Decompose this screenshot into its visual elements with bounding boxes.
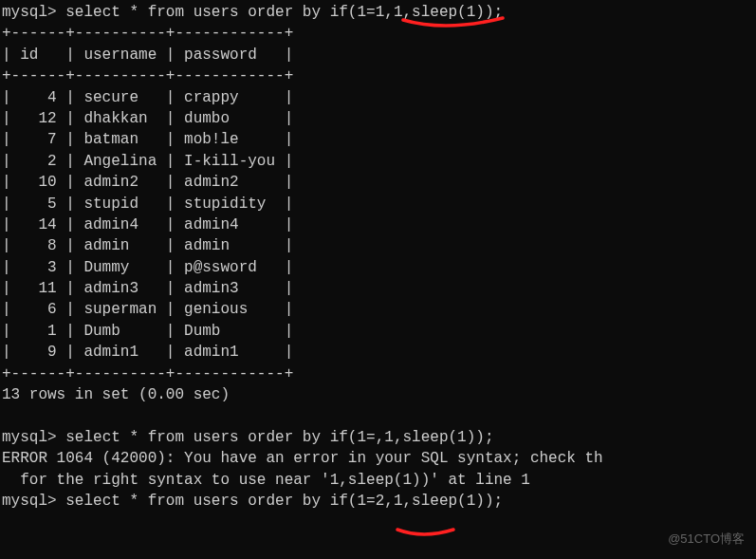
mysql-prompt: mysql> [2, 429, 57, 446]
table-row: | 5 | stupid | stupidity | [0, 194, 756, 214]
mysql-prompt: mysql> [2, 4, 57, 21]
watermark: @51CTO博客 [668, 531, 745, 548]
table-row: | 12 | dhakkan | dumbo | [0, 108, 756, 129]
sql-query-3: select * from users order by if(1=2,1,sl… [65, 493, 503, 510]
sql-query-1: select * from users order by if(1=1,1,sl… [65, 4, 503, 21]
result-message: 13 rows in set (0.00 sec) [0, 384, 756, 405]
table-row: | 11 | admin3 | admin3 | [0, 278, 756, 299]
table-border-mid: +------+----------+------------+ [0, 65, 756, 86]
table-row: | 7 | batman | mob!le | [0, 129, 756, 150]
table-border-top: +------+----------+------------+ [0, 23, 756, 44]
query-line-3: mysql> select * from users order by if(1… [0, 491, 756, 512]
table-header: | id | username | password | [0, 45, 756, 65]
table-row: | 3 | Dummy | p@ssword | [0, 257, 756, 278]
table-row: | 1 | Dumb | Dumb | [0, 321, 756, 342]
table-row: | 6 | superman | genious | [0, 299, 756, 320]
table-row: | 8 | admin | admin | [0, 235, 756, 256]
mysql-prompt: mysql> [2, 493, 57, 510]
table-row: | 4 | secure | crappy | [0, 87, 756, 108]
sql-query-2: select * from users order by if(1=,1,sle… [65, 429, 493, 446]
blank-line [0, 405, 756, 426]
table-border-bottom: +------+----------+------------+ [0, 363, 756, 384]
error-line-2: for the right syntax to use near '1,slee… [0, 470, 756, 491]
red-underline-annotation-2 [395, 526, 461, 543]
table-row: | 2 | Angelina | I-kill-you | [0, 151, 756, 172]
error-line-1: ERROR 1064 (42000): You have an error in… [0, 448, 756, 469]
table-row: | 10 | admin2 | admin2 | [0, 172, 756, 193]
query-line-1: mysql> select * from users order by if(1… [0, 2, 756, 23]
table-row: | 9 | admin1 | admin1 | [0, 342, 756, 363]
query-line-2: mysql> select * from users order by if(1… [0, 427, 756, 448]
table-row: | 14 | admin4 | admin4 | [0, 214, 756, 235]
